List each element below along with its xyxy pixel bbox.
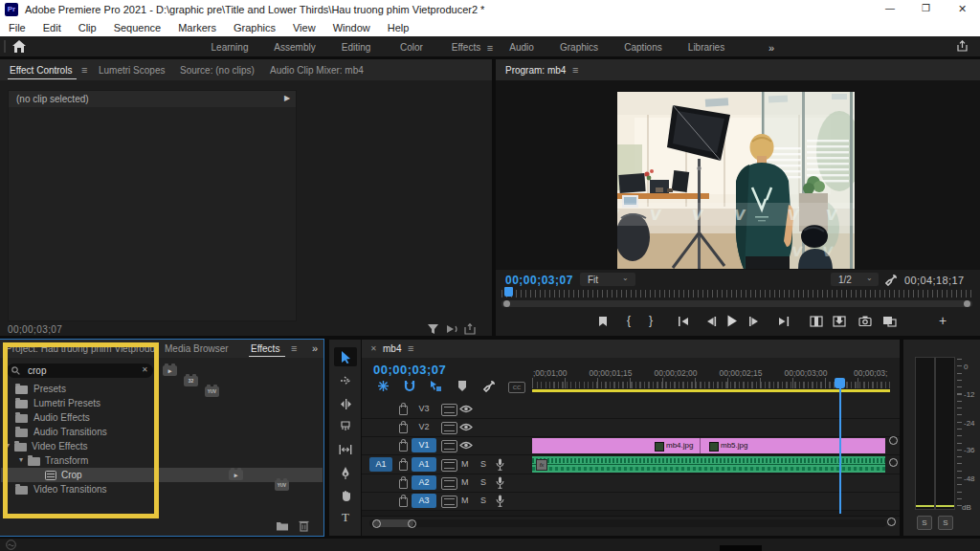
razor-tool[interactable] [334,417,357,436]
tree-item-transform[interactable]: ▾ Transform [19,455,88,466]
new-bin-icon[interactable] [276,520,289,531]
settings-wrench-icon[interactable] [885,274,898,286]
captions-cc-icon[interactable]: CC [508,382,525,393]
track-name-v2[interactable]: V2 [412,420,436,434]
workspace-overflow-chevrons[interactable]: » [768,42,774,54]
voiceover-mic-icon[interactable] [496,495,504,507]
expand-chevron-icon[interactable]: ▾ [19,455,23,466]
program-scrubber-ruler[interactable] [501,290,972,298]
scroll-handle-right[interactable] [964,300,970,307]
yuv-effects-filter-icon[interactable]: YUV [205,386,219,397]
clip-mb4[interactable]: mb4.jpg [532,438,701,453]
effects-panel-menu-icon[interactable]: ≡ [291,343,297,353]
scroll-handle-left[interactable] [503,300,510,307]
ripple-edit-tool[interactable] [334,394,357,413]
workspace-tab-libraries[interactable]: Libraries [688,42,724,53]
hand-tool[interactable] [334,486,357,505]
track-name-a2[interactable]: A2 [412,475,436,490]
nest-toggle-icon[interactable] [377,380,390,392]
track-visibility-eye-icon[interactable] [459,423,473,431]
track-name-a3[interactable]: A3 [412,494,436,508]
export-frame-icon[interactable] [464,323,477,335]
workspace-tab-effects[interactable]: Effects [452,42,480,53]
program-timecode[interactable]: 00;00;03;07 [505,274,573,287]
delete-trash-icon[interactable] [299,519,309,532]
audio-clip-mb4[interactable]: fx [532,456,885,473]
add-marker-icon[interactable] [598,316,608,327]
track-lock-icon[interactable] [399,424,408,433]
solo-left-button[interactable]: S [917,516,932,530]
snap-magnet-icon[interactable] [404,380,415,392]
track-targeting-icon[interactable] [441,496,457,508]
audio-tracks-resize-handle[interactable] [889,458,898,467]
disclosure-arrow-icon[interactable]: ▶ [284,94,290,102]
selection-tool[interactable] [334,347,357,366]
track-visibility-eye-icon[interactable] [459,405,473,413]
comparison-view-icon[interactable] [882,316,897,327]
voiceover-mic-icon[interactable] [496,476,504,489]
effects-search-input[interactable] [26,364,135,377]
track-name-v3[interactable]: V3 [412,402,436,416]
close-button[interactable]: ✕ [958,3,967,15]
home-icon[interactable] [12,40,26,53]
menu-sequence[interactable]: Sequence [105,22,170,33]
track-name-v1[interactable]: V1 [412,438,436,452]
step-forward-icon[interactable] [748,317,760,326]
tree-item-video-transitions[interactable]: Video Transitions [15,484,107,495]
32bit-effects-filter-icon[interactable]: 32 [184,376,198,386]
program-playhead[interactable] [504,287,513,297]
tree-item-audio-effects[interactable]: Audio Effects [15,412,90,423]
playback-resolution-dropdown[interactable]: 1/2 ⌄ [831,273,879,286]
tab-source[interactable]: Source: (no clips) [180,65,255,76]
close-sequence-icon[interactable]: ✕ [370,344,377,353]
menu-graphics[interactable]: Graphics [225,22,284,33]
tree-item-video-effects[interactable]: ▾ Video Effects [6,441,88,452]
export-share-icon[interactable] [956,40,969,53]
track-targeting-icon[interactable] [441,404,457,416]
clip-fx-badge[interactable]: fx [536,459,547,471]
tab-media-browser[interactable]: Media Browser [165,343,229,354]
restore-button[interactable]: ❐ [922,3,930,13]
track-select-forward-tool[interactable] [334,371,357,390]
mark-out-icon[interactable]: } [649,314,653,327]
track-lock-icon[interactable] [399,497,408,507]
play-button-icon[interactable] [726,315,738,327]
panel-overflow-chevrons[interactable]: » [312,342,318,354]
linked-selection-icon[interactable] [430,380,442,392]
timeline-timecode[interactable]: 00;00;03;07 [373,363,446,377]
slip-tool[interactable] [334,440,357,459]
lift-icon[interactable] [810,316,823,327]
track-lock-icon[interactable] [399,461,408,471]
go-to-out-icon[interactable] [778,317,790,326]
timeline-playhead-handle[interactable] [835,378,845,388]
menu-help[interactable]: Help [379,22,418,33]
workspace-tab-learning[interactable]: Learning [212,42,249,53]
tree-item-audio-transitions[interactable]: Audio Transitions [15,427,107,437]
workspace-tab-assembly[interactable]: Assembly [274,42,315,53]
program-panel-menu-icon[interactable]: ≡ [572,65,578,75]
export-frame-camera-icon[interactable] [858,316,872,326]
workspace-menu-icon[interactable]: ≡ [487,42,493,54]
creative-cloud-icon[interactable] [6,540,16,550]
workspace-tab-graphics[interactable]: Graphics [560,42,598,53]
zoom-level-dropdown[interactable]: Fit ⌄ [580,273,635,286]
workspace-tab-audio[interactable]: Audio [509,42,534,53]
accelerated-effects-filter-icon[interactable]: ▸ [163,365,177,376]
zoom-handle-right[interactable] [408,519,416,528]
track-lock-icon[interactable] [399,442,408,452]
mark-in-icon[interactable]: { [627,314,631,327]
play-audio-only-icon[interactable] [446,324,458,334]
filter-properties-icon[interactable] [427,323,439,335]
timeline-hscroll-track[interactable] [369,519,886,527]
tree-item-crop-selected[interactable]: Crop ▸ YUV [1,468,323,482]
menu-markers[interactable]: Markers [169,22,225,33]
track-lock-icon[interactable] [399,406,408,415]
tab-audio-clip-mixer[interactable]: Audio Clip Mixer: mb4 [270,65,364,76]
tab-effect-controls[interactable]: Effect Controls [10,65,72,76]
mute-button[interactable]: M [461,477,469,487]
menu-clip[interactable]: Clip [70,22,105,33]
voiceover-mic-icon[interactable] [496,458,504,471]
search-clear-icon[interactable]: ✕ [142,365,148,374]
zoom-handle-left[interactable] [372,519,381,528]
menu-window[interactable]: Window [324,22,379,33]
